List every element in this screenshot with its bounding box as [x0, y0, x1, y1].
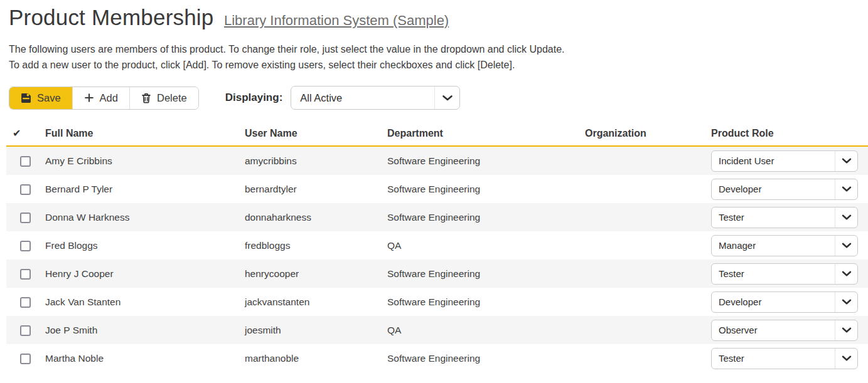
cell-full-name: Martha Noble: [45, 353, 245, 364]
product-role-value: Developer: [712, 184, 761, 194]
cell-department: Software Engineering: [387, 155, 585, 167]
toolbar: Save Add De: [9, 86, 859, 110]
table-row: Donna W HarknessdonnaharknessSoftware En…: [6, 203, 868, 231]
intro-text: The following users are members of this …: [9, 41, 859, 73]
cell-user-name: bernardtyler: [245, 184, 387, 195]
cell-user-name: amycribbins: [245, 155, 387, 167]
row-checkbox[interactable]: [20, 241, 31, 251]
delete-button[interactable]: Delete: [129, 87, 198, 109]
product-role-value: Tester: [712, 353, 744, 364]
table-row: Bernard P TylerbernardtylerSoftware Engi…: [6, 175, 868, 203]
row-checkbox[interactable]: [20, 156, 31, 167]
cell-full-name: Henry J Cooper: [45, 268, 245, 280]
trash-icon: [141, 93, 151, 103]
cell-department: Software Engineering: [387, 353, 585, 364]
row-checkbox[interactable]: [20, 184, 31, 195]
cell-full-name: Joe P Smith: [45, 325, 245, 336]
cell-user-name: marthanoble: [245, 353, 387, 364]
column-header-full-name: Full Name: [45, 128, 245, 139]
save-button-label: Save: [37, 92, 61, 104]
chevron-down-icon: [835, 292, 857, 312]
cell-department: Software Engineering: [387, 212, 585, 223]
cell-department: Software Engineering: [387, 268, 585, 280]
table-row: Henry J CooperhenrycooperSoftware Engine…: [6, 260, 868, 288]
product-membership-page: Product Membership Library Information S…: [0, 0, 868, 372]
table-header-row: ✔ Full Name User Name Department Organiz…: [6, 127, 868, 147]
cell-full-name: Amy E Cribbins: [45, 155, 245, 167]
select-all-check-icon: ✔: [6, 127, 45, 139]
save-button[interactable]: Save: [9, 87, 72, 109]
product-role-dropdown[interactable]: Manager: [711, 235, 858, 256]
add-button-label: Add: [100, 92, 118, 104]
cell-department: QA: [387, 325, 585, 336]
product-role-dropdown[interactable]: Observer: [711, 320, 858, 341]
displaying-dropdown-value: All Active: [291, 92, 342, 104]
product-role-dropdown[interactable]: Developer: [711, 179, 858, 200]
product-role-value: Manager: [712, 240, 756, 251]
product-role-value: Tester: [712, 212, 744, 223]
column-header-organization: Organization: [585, 128, 711, 139]
cell-full-name: Donna W Harkness: [45, 212, 245, 223]
product-link[interactable]: Library Information System (Sample): [224, 13, 449, 28]
member-rows: Amy E CribbinsamycribbinsSoftware Engine…: [6, 147, 868, 372]
page-header: Product Membership Library Information S…: [9, 5, 859, 30]
table-row: Fred BloggsfredbloggsQAManager: [6, 231, 868, 260]
toolbar-button-group: Save Add De: [9, 87, 199, 110]
page-title: Product Membership: [9, 5, 214, 29]
row-checkbox[interactable]: [20, 269, 31, 280]
cell-user-name: fredbloggs: [245, 240, 387, 251]
table-row: Jack Van StantenjackvanstantenSoftware E…: [6, 288, 868, 316]
product-role-dropdown[interactable]: Tester: [711, 348, 858, 369]
chevron-down-icon: [835, 207, 857, 228]
displaying-label: Displaying:: [225, 92, 283, 104]
cell-user-name: joesmith: [245, 325, 387, 336]
delete-button-label: Delete: [157, 92, 187, 104]
chevron-down-icon: [835, 151, 857, 171]
row-checkbox[interactable]: [20, 212, 31, 223]
chevron-down-icon: [835, 349, 857, 369]
row-checkbox[interactable]: [20, 297, 31, 308]
cell-department: QA: [387, 240, 585, 251]
column-header-department: Department: [387, 128, 585, 139]
plus-icon: [84, 93, 94, 103]
chevron-down-icon: [835, 179, 857, 199]
product-role-dropdown[interactable]: Incident User: [711, 150, 858, 172]
cell-department: Software Engineering: [387, 184, 585, 195]
intro-line-1: The following users are members of this …: [9, 41, 859, 57]
chevron-down-icon: [835, 236, 857, 256]
chevron-down-icon: [835, 320, 857, 340]
product-role-value: Incident User: [712, 155, 774, 166]
cell-department: Software Engineering: [387, 296, 585, 308]
chevron-down-icon: [434, 87, 459, 109]
cell-full-name: Fred Bloggs: [45, 240, 245, 251]
column-header-user-name: User Name: [245, 128, 387, 139]
chevron-down-icon: [835, 264, 857, 284]
product-role-dropdown[interactable]: Tester: [711, 263, 858, 285]
product-role-value: Tester: [712, 268, 744, 279]
add-button[interactable]: Add: [72, 87, 129, 109]
table-row: Martha NoblemarthanobleSoftware Engineer…: [6, 344, 868, 372]
product-role-dropdown[interactable]: Developer: [711, 291, 858, 313]
table-row: Amy E CribbinsamycribbinsSoftware Engine…: [6, 147, 868, 175]
product-role-dropdown[interactable]: Tester: [711, 207, 858, 228]
displaying-dropdown[interactable]: All Active: [291, 86, 460, 110]
intro-line-2: To add a new user to the product, click …: [9, 57, 859, 73]
cell-user-name: henrycooper: [245, 268, 387, 280]
cell-full-name: Bernard P Tyler: [45, 184, 245, 195]
floppy-disk-icon: [21, 93, 31, 103]
cell-user-name: jackvanstanten: [245, 296, 387, 308]
table-row: Joe P SmithjoesmithQAObserver: [6, 316, 868, 344]
product-role-value: Developer: [712, 296, 761, 307]
row-checkbox[interactable]: [20, 354, 31, 364]
cell-full-name: Jack Van Stanten: [45, 296, 245, 308]
column-header-product-role: Product Role: [711, 128, 868, 139]
product-role-value: Observer: [712, 325, 758, 335]
cell-user-name: donnaharkness: [245, 212, 387, 223]
row-checkbox[interactable]: [20, 325, 31, 336]
member-table: ✔ Full Name User Name Department Organiz…: [6, 127, 868, 372]
